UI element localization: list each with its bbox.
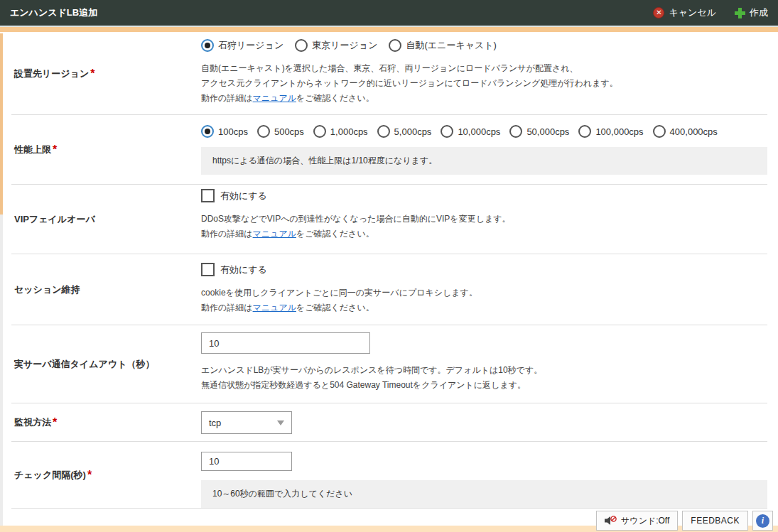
- checkbox-icon: [201, 263, 215, 276]
- radio-icon: [578, 125, 591, 138]
- checkbox-icon: [201, 189, 215, 202]
- info-icon: i: [756, 514, 769, 528]
- radio-icon: [653, 125, 666, 138]
- row-server-timeout: 実サーバ通信タイムアウト（秒） エンハンスドLBが実サーバからのレスポンスを待つ…: [11, 325, 767, 403]
- timeout-input[interactable]: [201, 332, 370, 354]
- region-description: 自動(エニーキャスト)を選択した場合、東京、石狩、両リージョンにロードバランサが…: [201, 61, 767, 106]
- cancel-button-label: キャンセル: [669, 6, 716, 19]
- header-actions: ✕ キャンセル 作成: [653, 6, 768, 19]
- radio-icon: [313, 125, 326, 138]
- radio-10000cps[interactable]: 10,000cps: [441, 125, 500, 138]
- radio-selected-icon: [201, 125, 214, 138]
- vip-failover-description: DDoS攻撃などでVIPへの到達性がなくなった場合に自動的にVIPを変更します。…: [201, 212, 767, 241]
- create-button-label: 作成: [750, 6, 768, 19]
- radio-400000cps[interactable]: 400,000cps: [653, 125, 718, 138]
- sound-toggle-label: サウンド:Off: [621, 515, 669, 527]
- session-checkbox[interactable]: 有効にする: [201, 263, 767, 276]
- monitor-method-select[interactable]: tcp: [201, 411, 292, 434]
- radio-icon: [389, 39, 401, 52]
- radio-100cps[interactable]: 100cps: [201, 125, 248, 138]
- radio-icon: [295, 39, 308, 52]
- feedback-label: FEEDBACK: [691, 516, 740, 526]
- radio-icon: [377, 125, 390, 138]
- performance-label: 性能上限: [14, 143, 51, 156]
- region-radio-group: 石狩リージョン 東京リージョン 自動(エニーキャスト): [201, 39, 767, 52]
- timeout-description: エンハンスドLBが実サーバからのレスポンスを待つ時間です。デフォルトは10秒です…: [201, 363, 767, 393]
- enhanced-lb-add-page: エンハンスドLB追加 ✕ キャンセル 作成 設置先リージョン *: [0, 0, 778, 532]
- radio-icon: [509, 125, 522, 138]
- create-button[interactable]: 作成: [735, 6, 768, 19]
- vip-failover-label: VIPフェイルオーバ: [14, 213, 95, 226]
- footer-bar: サウンド:Off FEEDBACK i: [596, 511, 773, 531]
- plus-icon: [735, 8, 745, 18]
- interval-input[interactable]: [201, 452, 292, 471]
- row-performance-limit: 性能上限 * 100cps 500cps 1,000cps: [11, 115, 767, 185]
- sound-toggle-button[interactable]: サウンド:Off: [596, 511, 678, 531]
- radio-5000cps[interactable]: 5,000cps: [377, 125, 432, 138]
- region-label: 設置先リージョン: [14, 67, 89, 80]
- row-session-persistence: セッション維持 有効にする cookieを使用しクライアントごとに同一の実サーバ…: [11, 254, 767, 325]
- radio-1000cps[interactable]: 1,000cps: [313, 125, 368, 138]
- chevron-down-icon: [277, 420, 284, 425]
- info-button[interactable]: i: [752, 511, 773, 531]
- header-bar: エンハンスドLB追加 ✕ キャンセル 作成: [0, 0, 778, 27]
- accent-top-strip: [0, 27, 778, 32]
- page-title: エンハンスドLB追加: [10, 6, 97, 19]
- radio-region-tokyo[interactable]: 東京リージョン: [295, 39, 377, 52]
- radio-50000cps[interactable]: 50,000cps: [509, 125, 569, 138]
- performance-note: httpsによる通信の場合、性能上限は1/10程度になります。: [201, 147, 767, 175]
- speaker-muted-icon: [605, 516, 617, 526]
- required-mark: *: [87, 469, 92, 482]
- radio-icon: [257, 125, 270, 138]
- vip-failover-checkbox[interactable]: 有効にする: [201, 189, 767, 202]
- interval-label: チェック間隔(秒): [14, 469, 86, 482]
- required-mark: *: [53, 143, 57, 156]
- row-monitor-method: 監視方法 * tcp: [11, 403, 767, 442]
- feedback-button[interactable]: FEEDBACK: [682, 511, 748, 531]
- row-region: 設置先リージョン * 石狩リージョン 東京リージョン 自動(エニーキャスト): [11, 33, 767, 115]
- radio-selected-icon: [201, 39, 214, 52]
- manual-link[interactable]: マニュアル: [253, 229, 296, 239]
- radio-region-anycast[interactable]: 自動(エニーキャスト): [389, 39, 497, 52]
- lb-create-form: 設置先リージョン * 石狩リージョン 東京リージョン 自動(エニーキャスト): [3, 33, 778, 509]
- cancel-button[interactable]: ✕ キャンセル: [653, 6, 716, 19]
- required-mark: *: [53, 416, 57, 429]
- radio-region-ishikari[interactable]: 石狩リージョン: [201, 39, 283, 52]
- manual-link[interactable]: マニュアル: [253, 303, 296, 313]
- interval-note: 10～60秒の範囲で入力してください: [201, 480, 767, 508]
- manual-link[interactable]: マニュアル: [253, 93, 296, 103]
- row-check-interval: チェック間隔(秒) * 10～60秒の範囲で入力してください: [11, 442, 767, 509]
- row-vip-failover: VIPフェイルオーバ 有効にする DDoS攻撃などでVIPへの到達性がなくなった…: [11, 185, 767, 254]
- timeout-label: 実サーバ通信タイムアウト（秒）: [14, 358, 154, 371]
- monitor-label: 監視方法: [14, 416, 51, 429]
- radio-500cps[interactable]: 500cps: [257, 125, 304, 138]
- required-mark: *: [90, 67, 94, 80]
- radio-icon: [441, 125, 453, 138]
- cancel-x-icon: ✕: [653, 7, 664, 18]
- session-description: cookieを使用しクライアントごとに同一の実サーバにプロキシします。 動作の詳…: [201, 286, 767, 315]
- performance-radio-group: 100cps 500cps 1,000cps 5,000cps: [201, 125, 767, 138]
- radio-100000cps[interactable]: 100,000cps: [578, 125, 643, 138]
- session-label: セッション維持: [14, 283, 80, 296]
